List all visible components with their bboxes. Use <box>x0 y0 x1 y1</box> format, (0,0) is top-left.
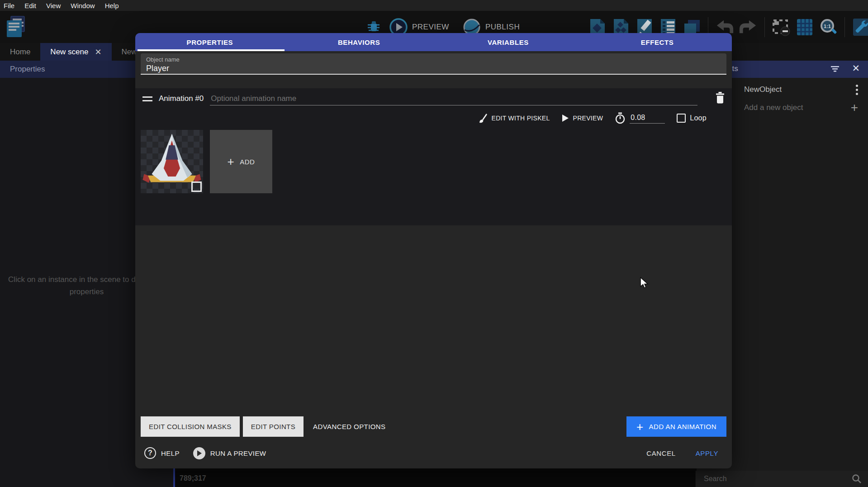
object-name-label: Object name <box>146 56 721 63</box>
menu-view[interactable]: View <box>46 2 61 10</box>
delete-animation-button[interactable] <box>716 92 725 105</box>
menu-help[interactable]: Help <box>105 2 119 10</box>
run-preview-icon <box>193 447 205 459</box>
animation-card: Animation #0 EDIT WITH PISKEL <box>135 88 732 225</box>
object-editor-dialog: PROPERTIES BEHAVIORS VARIABLES EFFECTS O… <box>135 33 732 468</box>
object-name-input[interactable] <box>146 64 721 73</box>
dialog-tab-bar: PROPERTIES BEHAVIORS VARIABLES EFFECTS <box>135 33 732 51</box>
loop-checkbox[interactable] <box>677 114 686 123</box>
cursor-coordinates: 789;317 <box>180 474 206 482</box>
publish-label: PUBLISH <box>485 23 520 32</box>
dialog-footer: ? HELP RUN A PREVIEW CANCEL APPLY <box>144 444 718 462</box>
add-frame-button[interactable]: + ADD <box>210 130 272 193</box>
filter-icon[interactable] <box>830 65 840 74</box>
add-an-animation-button[interactable]: + ADD AN ANIMATION <box>626 416 726 437</box>
toolbar-separator <box>764 17 765 37</box>
selected-tab-indicator <box>138 49 285 51</box>
tab-home[interactable]: Home <box>0 43 40 61</box>
grid-icon[interactable] <box>795 17 814 38</box>
drag-handle-icon[interactable] <box>142 96 152 101</box>
plus-icon: + <box>228 157 235 167</box>
add-object-icon[interactable]: + <box>851 103 858 112</box>
animation-name-input[interactable] <box>210 92 697 105</box>
run-a-preview-button[interactable]: RUN A PREVIEW <box>193 447 266 459</box>
tab-behaviors[interactable]: BEHAVIORS <box>285 33 434 51</box>
cancel-button[interactable]: CANCEL <box>646 449 675 457</box>
animation-header: Animation #0 <box>135 88 732 109</box>
close-panel-icon[interactable]: ✕ <box>852 63 860 74</box>
tab-variables[interactable]: VARIABLES <box>434 33 583 51</box>
frame-selection-square <box>191 181 202 192</box>
edit-with-piskel-button[interactable]: EDIT WITH PISKEL <box>479 113 550 124</box>
menu-edit[interactable]: Edit <box>24 2 36 10</box>
svg-text:1:1: 1:1 <box>824 24 831 29</box>
preview-label: PREVIEW <box>412 23 449 32</box>
object-menu-icon[interactable] <box>856 85 858 95</box>
redo-icon[interactable] <box>739 17 758 38</box>
time-per-frame-field[interactable]: 0.08 <box>615 112 665 124</box>
loop-toggle[interactable]: Loop <box>677 114 707 123</box>
time-per-frame-value[interactable]: 0.08 <box>630 113 665 124</box>
search-icon <box>852 474 862 484</box>
menu-file[interactable]: File <box>4 2 14 10</box>
help-icon: ? <box>144 447 156 459</box>
dialog-actions: EDIT COLLISION MASKS EDIT POINTS ADVANCE… <box>141 416 726 437</box>
toolbar-separator <box>844 17 845 37</box>
close-tab-icon[interactable]: ✕ <box>95 47 101 57</box>
frame-thumbnail[interactable] <box>141 130 203 193</box>
object-list-item[interactable]: NewObject <box>732 81 868 98</box>
object-name-field[interactable]: Object name <box>141 53 726 75</box>
frames-row: + ADD <box>135 127 732 193</box>
apply-button[interactable]: APPLY <box>696 449 718 457</box>
tab-effects[interactable]: EFFECTS <box>583 33 732 51</box>
settings-wrench-icon[interactable] <box>852 17 868 38</box>
tab-properties[interactable]: PROPERTIES <box>135 33 285 51</box>
plus-icon: + <box>636 422 644 431</box>
tab-new-scene[interactable]: New scene ✕ <box>40 43 111 61</box>
edit-collision-masks-button[interactable]: EDIT COLLISION MASKS <box>141 416 240 437</box>
animation-controls: EDIT WITH PISKEL PREVIEW 0.08 <box>135 109 732 127</box>
search-bar <box>695 471 868 487</box>
play-icon <box>562 114 569 122</box>
brush-icon <box>479 113 488 124</box>
menu-bar: File Edit View Window Help <box>0 0 868 11</box>
zoom-ratio-icon[interactable]: 1:1 <box>819 17 838 38</box>
animation-title: Animation #0 <box>159 94 204 103</box>
stopwatch-icon <box>615 112 626 124</box>
project-manager-icon[interactable] <box>4 14 27 40</box>
edit-points-button[interactable]: EDIT POINTS <box>243 416 304 437</box>
status-bar: 789;317 <box>175 471 695 487</box>
gdevelop-app: File Edit View Window Help <box>0 0 868 487</box>
add-new-object-row[interactable]: Add a new object + <box>732 100 868 116</box>
selection-mask-icon[interactable] <box>772 17 791 38</box>
help-button[interactable]: ? HELP <box>144 447 180 459</box>
advanced-options-button[interactable]: ADVANCED OPTIONS <box>307 416 392 437</box>
preview-animation-button[interactable]: PREVIEW <box>562 114 603 122</box>
trash-icon <box>716 92 725 104</box>
search-input[interactable] <box>704 475 852 483</box>
mouse-cursor <box>640 277 650 289</box>
menu-window[interactable]: Window <box>71 2 95 10</box>
